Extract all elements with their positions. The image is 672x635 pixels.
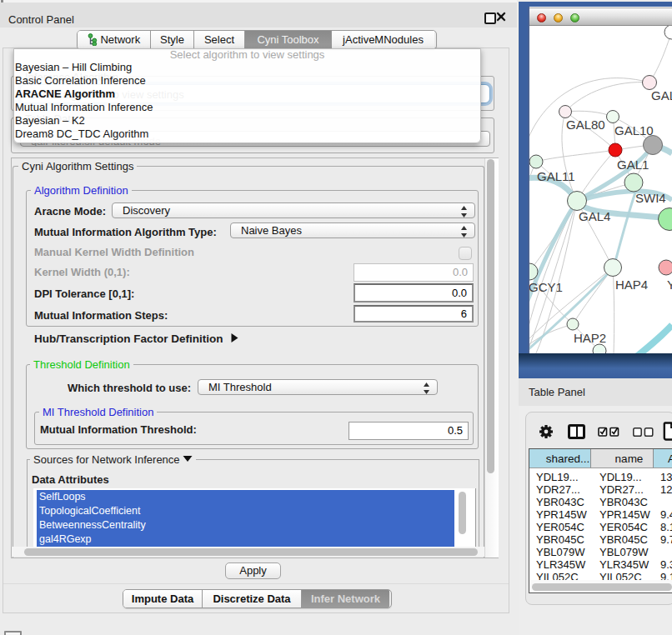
svg-text:GAL80: GAL80 xyxy=(566,118,605,132)
svg-text:HAP4: HAP4 xyxy=(615,278,648,292)
svg-text:HAP2: HAP2 xyxy=(574,331,606,345)
svg-text:GAL2: GAL2 xyxy=(651,88,672,102)
svg-text:GAL4: GAL4 xyxy=(579,209,610,223)
svg-text:GAL11: GAL11 xyxy=(537,169,575,183)
svg-text:GCY1: GCY1 xyxy=(529,280,563,294)
svg-text:GAL10: GAL10 xyxy=(614,123,654,138)
svg-text:SWI4: SWI4 xyxy=(635,191,666,205)
svg-text:YD: YD xyxy=(667,278,672,292)
svg-text:GAL1: GAL1 xyxy=(617,158,649,172)
